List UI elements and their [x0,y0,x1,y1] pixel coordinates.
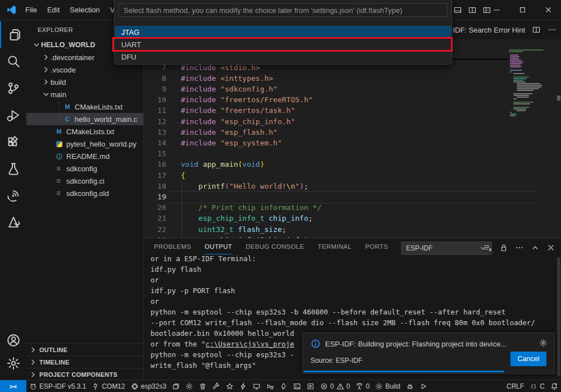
info-icon [56,153,63,160]
status-run-launch[interactable] [417,380,430,392]
activity-run-debug[interactable] [0,102,26,128]
status-debug-device[interactable] [263,380,277,392]
chevron-right-icon [42,65,51,74]
quick-pick-item-jtag[interactable]: JTAG [115,26,451,38]
activity-search[interactable] [0,48,26,75]
tree-item-sdkconfig-old[interactable]: sdkconfig.old [26,187,144,199]
split-editor-layout-icon[interactable] [468,6,477,15]
panel-tab-debug-console[interactable]: DEBUG CONSOLE [245,239,304,254]
maximize-panel-icon[interactable] [531,243,540,252]
activity-account[interactable] [0,327,26,353]
activity-esp-idf-tools[interactable] [0,209,26,236]
close-panel-icon[interactable] [546,243,555,252]
status-build-flash-monitor[interactable] [277,380,290,392]
status-ports-forwarded[interactable]: 0 [353,380,372,392]
status-label: COM12 [102,382,125,390]
status-language-mode[interactable]: {}C [527,380,548,392]
section-project-components[interactable]: PROJECT COMPONENTS [26,368,143,380]
line-number: 10 [144,94,166,105]
tree-item--vscode[interactable]: .vscode [26,63,144,76]
tree-item-main[interactable]: main [26,88,144,101]
panel-actions [484,241,555,254]
tree-item-build[interactable]: build [26,76,144,88]
minimize-button[interactable] [484,0,509,20]
tree-item-pytest-hello-world-py[interactable]: pytest_hello_world.py [26,138,144,150]
toggle-panel-icon[interactable] [453,6,462,15]
tree-item-label: .devcontainer [51,53,94,62]
uart-annotation-box [112,37,453,52]
error-circle-icon [320,382,328,390]
line-text: #include "esp_chip_info.h" [181,116,295,127]
menu-file[interactable]: File [20,3,42,17]
output-channel-value: ESP-IDF [406,244,432,252]
tree-item-hello-world-main-c[interactable]: Chello_world_main.c [26,113,144,125]
activity-testing[interactable] [0,156,26,182]
panel-scrollbar[interactable] [557,257,560,376]
status-cmake-build[interactable]: Build [372,380,403,392]
status-menuconfig[interactable] [183,380,196,392]
clear-output-icon[interactable] [484,243,492,252]
quick-pick-input[interactable] [118,3,448,17]
cancel-button[interactable]: Cancel [510,352,546,366]
chevron-right-icon [29,345,38,354]
quick-pick-item-dfu[interactable]: DFU [115,51,451,63]
list-file-icon [54,189,63,198]
status-problems[interactable]: 00 [317,380,353,392]
panel-tab-problems[interactable]: PROBLEMS [154,239,191,254]
section-timeline[interactable]: TIMELINE [26,355,143,368]
lock-scrolling-icon[interactable] [499,243,508,252]
status-serial-port[interactable]: COM12 [89,380,127,392]
status-debug-launch[interactable] [403,380,417,392]
activity-explorer[interactable] [0,21,28,48]
output-line: idf.py flash [150,264,201,275]
menu-selection[interactable]: Selection [65,3,104,17]
status-eol-selector[interactable]: CRLF [504,380,527,392]
status-remote-indicator[interactable]: >< [0,380,26,392]
status-device-target[interactable]: esp32s3 [128,380,169,392]
status-build-tool[interactable] [209,380,223,392]
status-select-flash[interactable] [223,380,236,392]
panel-more-actions-icon[interactable] [515,243,524,252]
close-button[interactable] [535,0,561,20]
status-full-clean[interactable] [196,380,209,392]
tree-item-cmakelists-txt[interactable]: MCMakeLists.txt [26,101,144,113]
status-esp-idf-terminal[interactable] [290,380,304,392]
minimap[interactable] [509,49,556,162]
notification-source: Source: ESP-IDF [311,357,362,364]
file-path-link[interactable]: c:\Users\cjs\vs_proje [206,340,294,348]
status-esp-idf-version[interactable]: ESP-IDF v5.3.1 [26,380,89,392]
status-monitor-device[interactable] [250,380,263,392]
panel-tab-terminal[interactable]: TERMINAL [318,239,352,254]
activity-settings[interactable] [0,350,26,376]
section-label: OUTLINE [39,347,67,353]
menu-edit[interactable]: Edit [42,3,65,17]
star-icon [226,382,234,390]
status-custom-task[interactable] [304,380,317,392]
status-notifications-bell[interactable] [548,380,561,392]
tree-item-label: hello_world_main.c [75,115,137,124]
tree-item-sdkconfig[interactable]: sdkconfig [26,162,144,175]
status-flash-device[interactable] [236,380,250,392]
status-flash-method[interactable] [169,380,183,392]
panel-tab-output[interactable]: OUTPUT [204,239,232,254]
tree-item-cmakelists-txt[interactable]: MCMakeLists.txt [26,125,144,138]
code-line-17: 17{ [144,170,561,181]
panel-tab-ports[interactable]: PORTS [365,239,388,254]
tree-item-sdkconfig-ci[interactable]: sdkconfig.ci [26,175,144,187]
split-editor-icon[interactable] [532,25,541,34]
notification-settings-icon[interactable] [539,339,548,347]
code-editor[interactable]: 7#include <stdio.h>8#include <inttypes.h… [144,39,561,238]
tree-item-readme-md[interactable]: README.md [26,150,144,162]
code-line-20: 20 /* Print chip information */ [144,202,561,213]
activity-espressif[interactable] [0,183,26,209]
code-line-13: 13#include "esp_flash.h" [144,127,561,138]
output-line: or from the "c:\Users\cjs\vs_proje [150,339,294,349]
activity-source-control[interactable] [0,75,26,102]
vscode-logo [7,5,16,15]
more-actions-icon[interactable] [548,25,557,34]
output-channel-select[interactable]: ESP-IDF [401,241,492,255]
section-outline[interactable]: OUTLINE [26,343,143,356]
activity-extensions[interactable] [0,129,26,155]
code-line-9: 9#include "sdkconfig.h" [144,84,561,95]
maximize-button[interactable] [509,0,535,20]
